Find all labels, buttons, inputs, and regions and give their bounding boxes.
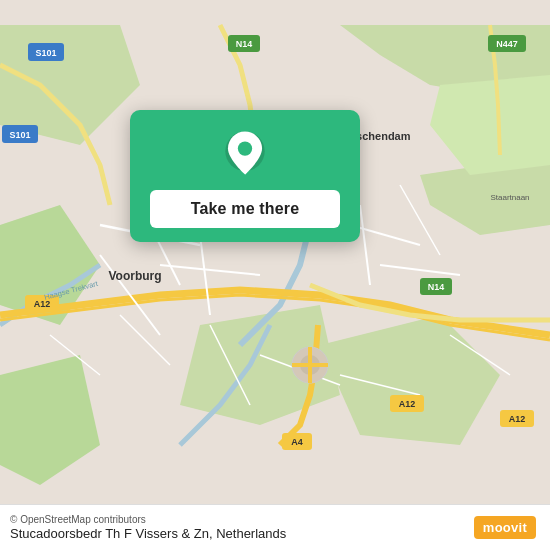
bottom-info: © OpenStreetMap contributors Stucadoorsb… [10, 514, 286, 541]
moovit-logo: moovit [474, 516, 536, 539]
svg-text:A12: A12 [509, 414, 526, 424]
map-container: S101 N14 N447 S101 A12 A12 A12 A4 N14 Le… [0, 0, 550, 550]
map-background: S101 N14 N447 S101 A12 A12 A12 A4 N14 Le… [0, 0, 550, 550]
svg-text:A12: A12 [399, 399, 416, 409]
svg-text:Voorburg: Voorburg [108, 269, 161, 283]
bottom-bar: © OpenStreetMap contributors Stucadoorsb… [0, 504, 550, 550]
svg-text:Staartnaan: Staartnaan [490, 193, 529, 202]
svg-text:N14: N14 [236, 39, 253, 49]
take-me-there-button[interactable]: Take me there [150, 190, 340, 228]
svg-text:S101: S101 [35, 48, 56, 58]
popup-card: Take me there [130, 110, 360, 242]
location-pin-icon [219, 128, 271, 180]
svg-text:A4: A4 [291, 437, 303, 447]
svg-text:N14: N14 [428, 282, 445, 292]
copyright-text: © OpenStreetMap contributors [10, 514, 286, 525]
svg-text:N447: N447 [496, 39, 518, 49]
svg-text:S101: S101 [9, 130, 30, 140]
moovit-label: moovit [474, 516, 536, 539]
business-name: Stucadoorsbedr Th F Vissers & Zn, Nether… [10, 526, 286, 541]
svg-point-52 [238, 141, 252, 155]
